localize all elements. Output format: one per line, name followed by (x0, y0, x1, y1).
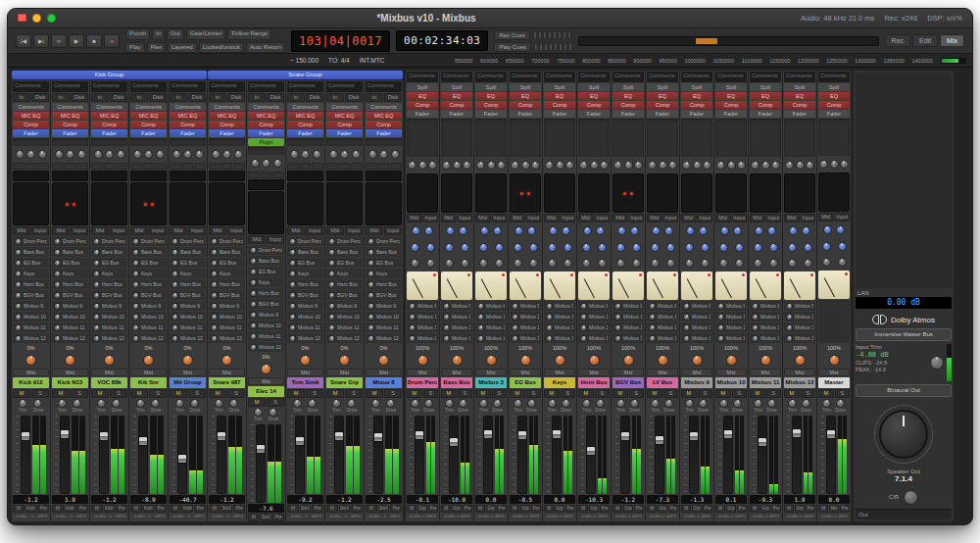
send-knob[interactable] (512, 314, 518, 321)
send-row[interactable]: Mixbus 12 (441, 333, 472, 343)
pre-button[interactable]: Pre (233, 505, 245, 513)
send-knob[interactable] (752, 335, 759, 342)
strip-name[interactable]: Mixbus 9 (681, 377, 712, 388)
send-knob[interactable] (368, 260, 374, 267)
send-knob[interactable] (93, 292, 100, 299)
comments-box[interactable]: Comments (510, 72, 541, 82)
eq-header[interactable]: EQ (578, 92, 610, 100)
send-knob[interactable] (250, 269, 257, 275)
master-assign-button[interactable]: Mst (170, 369, 206, 376)
tiny-button[interactable] (339, 163, 351, 170)
send-row[interactable]: Keys (91, 269, 127, 278)
drive-knob[interactable] (347, 399, 356, 408)
pre-button[interactable]: Pre (531, 505, 541, 513)
fader-handle[interactable] (655, 435, 664, 445)
page-tab-mix[interactable]: Mix (940, 34, 964, 47)
fader-track[interactable] (723, 416, 733, 494)
fader-handle[interactable] (138, 436, 148, 446)
tiny-button[interactable] (351, 163, 363, 170)
hp-filter-knob[interactable] (720, 226, 729, 235)
send-row[interactable]: Mixbus 12 (475, 333, 507, 343)
fader-track[interactable] (517, 416, 527, 494)
master-assign-button[interactable]: Mst (91, 369, 127, 376)
strip-name[interactable]: Horn Bus (578, 377, 610, 388)
send-knob[interactable] (15, 281, 22, 288)
knob[interactable] (133, 150, 142, 159)
drive-knob[interactable] (562, 399, 570, 408)
comments-box[interactable]: Comments (366, 81, 402, 92)
send-row[interactable]: Mixbus 10 (248, 321, 284, 330)
metering-button[interactable]: M (647, 505, 657, 513)
eq-knob[interactable] (445, 243, 454, 252)
eq-header[interactable]: EQ (647, 92, 678, 100)
fader-track[interactable] (792, 416, 802, 494)
strip-name[interactable]: BGV Bus (612, 377, 644, 388)
knob[interactable] (251, 159, 260, 168)
send-row[interactable]: Mixbus 10 (441, 312, 472, 321)
gain-readout[interactable]: 0.0 (475, 495, 507, 504)
input-select-button[interactable]: Input (149, 226, 167, 235)
send-row[interactable]: Keys (13, 269, 49, 278)
send-knob[interactable] (250, 312, 257, 319)
send-row[interactable]: Mixbus 9 (750, 301, 781, 311)
pre-button[interactable]: Pre (272, 514, 284, 521)
knob[interactable] (727, 161, 736, 170)
send-knob[interactable] (443, 303, 450, 310)
eq-knob[interactable] (548, 259, 557, 268)
tiny-button[interactable] (37, 163, 49, 170)
comp-header[interactable]: Comp (13, 121, 49, 128)
send-row[interactable]: Mixbus 10 (647, 312, 678, 321)
send-knob[interactable] (211, 271, 218, 277)
drive-knob[interactable] (493, 399, 502, 408)
send-knob[interactable] (211, 238, 218, 245)
eq-knob[interactable] (426, 243, 435, 252)
spill-button[interactable]: Spill (715, 83, 747, 91)
knob[interactable] (156, 150, 165, 159)
send-knob[interactable] (172, 260, 178, 267)
master-assign-button[interactable]: Mst (407, 369, 438, 376)
group-button[interactable]: SnrGr (339, 505, 351, 513)
comp-header[interactable]: Comp (407, 101, 438, 109)
metering-button[interactable]: M (287, 505, 299, 513)
group-button[interactable]: Grp (417, 505, 427, 513)
mute-button[interactable]: M (784, 389, 800, 398)
trim-knob[interactable] (19, 399, 27, 408)
drive-knob[interactable] (527, 399, 536, 408)
send-row[interactable]: Drum Perc (52, 236, 88, 246)
send-row[interactable]: Horn Bus (91, 279, 127, 289)
input-select-button[interactable]: Input (526, 214, 542, 222)
solo-button[interactable]: S (492, 389, 508, 398)
send-row[interactable]: BGV Bus (170, 290, 206, 300)
spill-button[interactable]: Spill (441, 83, 472, 91)
send-knob[interactable] (250, 279, 257, 286)
knob[interactable] (716, 161, 725, 170)
send-row[interactable]: Mixbus 11 (407, 322, 438, 332)
group-button[interactable]: Grp (555, 505, 564, 513)
send-knob[interactable] (15, 292, 22, 299)
send-row[interactable]: Mixbus 12 (130, 333, 167, 343)
send-knob[interactable] (649, 335, 656, 342)
knob[interactable] (565, 161, 574, 170)
comments-box[interactable]: Comments (612, 72, 644, 82)
lp-filter-knob[interactable] (664, 226, 673, 235)
solo-button[interactable]: S (458, 389, 473, 398)
input-monitor-button[interactable]: In (326, 93, 344, 102)
trim-knob[interactable] (411, 399, 419, 408)
send-knob[interactable] (172, 281, 178, 288)
mid-button[interactable]: Mid (647, 214, 662, 222)
send-knob[interactable] (93, 314, 100, 321)
send-knob[interactable] (649, 303, 656, 310)
fader-handle[interactable] (373, 432, 383, 442)
master-assign-button[interactable]: Mst (612, 369, 644, 376)
gain-readout[interactable]: -0.5 (510, 495, 541, 504)
eq-knob[interactable] (548, 243, 557, 252)
strip-name[interactable]: EG Bus (510, 377, 541, 388)
gain-readout[interactable]: -8.9 (130, 495, 167, 504)
tiny-button[interactable] (91, 163, 103, 170)
send-knob[interactable] (172, 335, 178, 342)
send-knob[interactable] (443, 335, 450, 342)
master-assign-button[interactable]: Mst (326, 369, 363, 376)
send-row[interactable]: Mixbus 9 (578, 301, 610, 311)
send-knob[interactable] (683, 314, 690, 321)
send-row[interactable]: Mixbus 9 (715, 301, 747, 311)
